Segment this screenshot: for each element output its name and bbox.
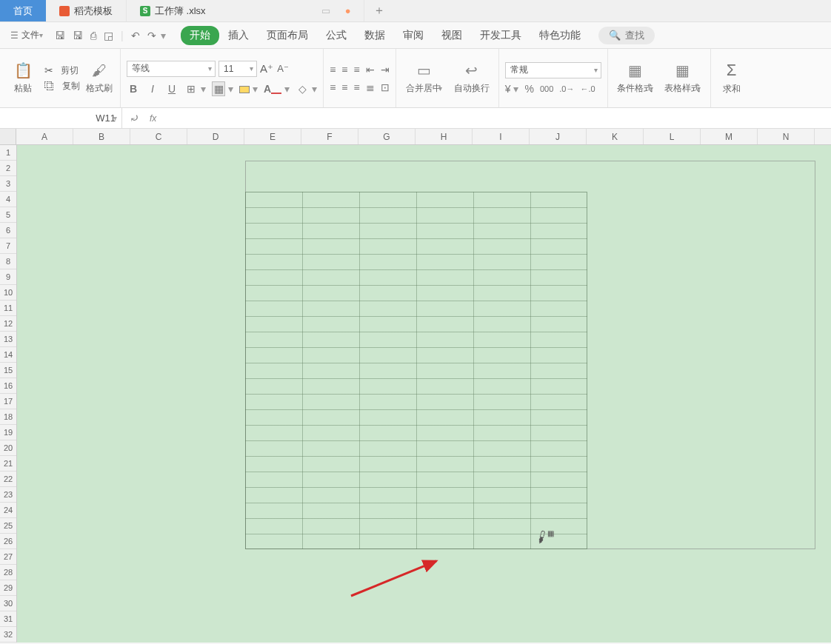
tab-home[interactable]: 首页 [0,0,46,21]
chevron-down-icon[interactable]: ▾ [161,30,166,41]
conditional-format-button[interactable]: ▦ 条件格式▾ [614,61,657,95]
name-box[interactable]: W11 [0,108,122,128]
save-icon[interactable]: 🖫 [55,30,65,41]
row-header[interactable]: 31 [0,611,16,627]
row-header[interactable]: 12 [0,316,16,332]
font-size-select[interactable]: 11 [218,61,257,77]
row-header[interactable]: 29 [0,580,16,596]
eraser-button[interactable]: ◇ [296,83,309,95]
row-header[interactable]: 26 [0,534,16,549]
select-all-corner[interactable] [0,129,16,144]
present-icon[interactable]: ▭ [321,5,330,16]
row-header[interactable]: 1 [0,145,16,161]
align-center-button[interactable]: ≡ [341,81,347,93]
decrease-indent-button[interactable]: ⇤ [366,64,375,76]
row-header[interactable]: 7 [0,238,16,254]
row-header[interactable]: 11 [0,301,16,316]
increase-indent-button[interactable]: ⇥ [381,64,390,76]
row-header[interactable]: 16 [0,378,16,394]
increase-font-button[interactable]: A⁺ [260,62,273,76]
file-menu-button[interactable]: ☰ 文件 ▾ [6,27,47,43]
wrap-text-button[interactable]: ↩ 自动换行 [451,61,493,95]
row-header[interactable]: 18 [0,409,16,425]
ribbon-tab-review[interactable]: 审阅 [394,26,433,45]
print-icon[interactable]: ⎙ [90,30,96,41]
row-header[interactable]: 25 [0,518,16,534]
thousands-button[interactable]: 000 [540,84,553,93]
redo-icon[interactable]: ↷ [147,30,156,41]
row-header[interactable]: 2 [0,161,16,176]
row-header[interactable]: 8 [0,254,16,269]
row-header[interactable]: 27 [0,549,16,565]
col-header[interactable]: D [187,129,244,144]
col-header[interactable]: I [473,129,530,144]
col-header[interactable]: F [301,129,358,144]
row-header[interactable]: 14 [0,347,16,363]
tab-workbook[interactable]: S 工作簿 .xlsx ▭ ● [127,0,364,21]
col-header[interactable]: K [587,129,644,144]
ribbon-tab-special[interactable]: 特色功能 [530,26,590,45]
print-preview-icon[interactable]: ◲ [104,30,113,41]
row-header[interactable]: 4 [0,192,16,207]
row-header[interactable]: 20 [0,440,16,456]
col-header[interactable]: N [758,129,815,144]
table-style-button[interactable]: ▦ 表格样式▾ [661,61,704,95]
save-as-icon[interactable]: 🖫 [73,30,83,41]
ribbon-tab-pagelayout[interactable]: 页面布局 [258,26,317,45]
cut-button[interactable]: ✂ 剪切 [44,64,80,77]
row-header[interactable]: 23 [0,487,16,503]
font-color-button[interactable]: A [264,83,281,95]
italic-button[interactable]: I [146,83,159,95]
ribbon-tab-start[interactable]: 开始 [181,26,219,45]
row-header[interactable]: 10 [0,285,16,301]
align-left-button[interactable]: ≡ [330,81,336,93]
decrease-decimal-button[interactable]: ←.0 [580,84,595,93]
number-format-select[interactable]: 常规 [505,62,601,78]
justify-button[interactable]: ≣ [366,81,375,93]
row-header[interactable]: 28 [0,565,16,580]
row-header[interactable]: 30 [0,596,16,611]
row-header[interactable]: 24 [0,503,16,518]
row-header[interactable]: 3 [0,176,16,192]
fill-color-button[interactable] [239,83,250,95]
col-header[interactable]: L [644,129,701,144]
col-header[interactable]: G [358,129,416,144]
border-draw-button[interactable]: ▦ [212,81,225,96]
row-header[interactable]: 5 [0,207,16,223]
row-header[interactable]: 21 [0,456,16,472]
row-header[interactable]: 15 [0,363,16,378]
merge-center-button[interactable]: ▭ 合并居中▾ [402,61,447,95]
align-right-button[interactable]: ≡ [353,81,359,93]
font-family-select[interactable]: 等线 [127,61,216,77]
border-button[interactable]: ⊞ [184,83,198,95]
percent-button[interactable]: % [524,83,533,95]
autosum-button[interactable]: Σ 求和 [717,61,747,95]
col-header[interactable]: C [130,129,187,144]
underline-button[interactable]: U [165,83,178,95]
search-button[interactable]: 🔍 查找 [598,27,655,44]
bold-button[interactable]: B [127,83,140,95]
orientation-button[interactable]: ⊡ [381,81,390,93]
paste-button[interactable]: 📋 粘贴 [6,61,40,95]
decrease-font-button[interactable]: A⁻ [276,63,290,74]
row-header[interactable]: 6 [0,223,16,238]
formula-input[interactable] [164,108,831,128]
align-top-button[interactable]: ≡ [330,64,336,76]
row-header[interactable]: 32 [0,627,16,643]
copy-button[interactable]: ⿻ 复制 [44,80,80,93]
ribbon-tab-view[interactable]: 视图 [433,26,471,45]
row-header[interactable]: 22 [0,472,16,487]
format-painter-button[interactable]: 🖌 格式刷 [84,62,114,95]
col-header[interactable]: M [701,129,758,144]
col-header[interactable]: E [244,129,301,144]
row-header[interactable]: 9 [0,269,16,285]
increase-decimal-button[interactable]: .0→ [559,84,574,93]
row-header[interactable]: 13 [0,332,16,347]
ribbon-tab-formula[interactable]: 公式 [317,26,356,45]
cancel-formula-icon[interactable]: ⤾ [130,111,139,125]
new-tab-button[interactable]: ＋ [364,0,394,21]
currency-button[interactable]: ¥ [505,83,511,95]
fx-icon[interactable]: fx [150,113,156,124]
col-header[interactable]: H [416,129,473,144]
col-header[interactable]: J [530,129,587,144]
